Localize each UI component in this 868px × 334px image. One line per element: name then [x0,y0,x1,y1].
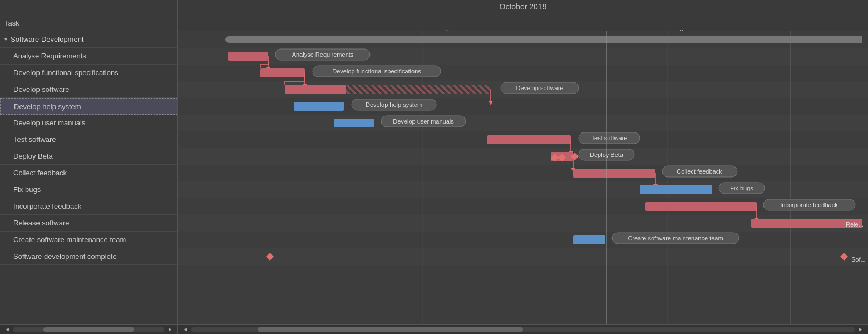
scroll-left-arrow[interactable]: ◄ [4,326,10,332]
svg-text:Develop help system: Develop help system [366,101,422,108]
task-item-test-software[interactable]: Test software [0,131,177,148]
svg-rect-12 [178,232,868,248]
task-item-software-dev[interactable]: ▾ Software Development [0,31,177,48]
bottom-bar: ◄ ► ◄ ► [0,324,868,334]
task-label-software-dev: Software Development [11,35,84,43]
task-label-dev-software: Develop software [13,85,69,94]
svg-text:Develop user manuals: Develop user manuals [393,118,454,125]
task-item-fix-bugs[interactable]: Fix bugs [0,181,177,198]
task-label-create-maint-team: Create software maintenance team [13,235,126,244]
scroll-right-arrow-right[interactable]: ► [858,326,864,332]
svg-rect-41 [334,119,374,127]
svg-text:Rele...: Rele... [846,221,864,228]
svg-rect-62 [640,185,712,194]
svg-text:Test software: Test software [591,135,628,141]
svg-rect-33 [346,85,491,94]
task-label-test-software: Test software [13,135,56,144]
main-content: ▾ Software Development Analyse Requireme… [0,31,868,324]
task-label-deploy-beta: Deploy Beta [13,152,53,160]
svg-rect-5 [178,115,868,131]
svg-rect-18 [228,36,862,43]
svg-text:Fix bugs: Fix bugs [730,185,753,191]
task-item-deploy-beta[interactable]: Deploy Beta [0,148,177,165]
app-container: Task October 2019 8 9 ▾ Software Develop… [0,0,868,334]
scroll-left-arrow-right[interactable]: ◄ [183,326,188,332]
task-item-incorporate-feedback[interactable]: Incorporate feedback [0,198,177,215]
task-item-analyse-req[interactable]: Analyse Requirements [0,48,177,65]
svg-text:Analyse Requirements: Analyse Requirements [292,51,354,58]
svg-text:Develop functional specificati: Develop functional specifications [332,68,421,75]
task-label-dev-manuals: Develop user manuals [13,119,85,127]
scrollbar-right: ◄ ► [178,325,868,334]
task-item-create-maint-team[interactable]: Create software maintenance team [0,232,177,248]
svg-rect-7 [178,148,868,165]
task-item-release-software[interactable]: Release software [0,215,177,232]
day-label-8: 8 [445,28,449,31]
task-label-fix-bugs: Fix bugs [13,185,41,194]
svg-rect-38 [294,102,344,111]
scroll-track-left[interactable] [13,327,164,332]
scroll-thumb-right[interactable] [258,327,523,332]
gantt-svg: Analyse Requirements Develop functional … [178,31,868,324]
svg-rect-20 [228,52,268,61]
svg-rect-14 [178,265,868,282]
task-item-dev-func-spec[interactable]: Develop functional specifications [0,65,177,81]
svg-rect-44 [487,135,571,144]
task-item-collect-feedback[interactable]: Collect feedback [0,165,177,181]
month-label: October 2019 [178,2,868,11]
task-label-dev-func-spec: Develop functional specifications [13,68,119,77]
task-label-collect-feedback: Collect feedback [13,169,67,177]
svg-rect-8 [178,165,868,181]
svg-rect-4 [178,98,868,115]
svg-rect-30 [285,85,346,94]
scroll-thumb-left[interactable] [43,327,134,332]
task-list[interactable]: ▾ Software Development Analyse Requireme… [0,31,178,324]
day-label-9: 9 [680,28,684,31]
svg-text:Incorporate feedback: Incorporate feedback [780,202,838,208]
task-item-dev-complete[interactable]: Software development complete [0,248,177,265]
task-item-dev-software[interactable]: Develop software [0,81,177,98]
scroll-track-right[interactable] [191,327,855,332]
svg-text:Sof...: Sof... [851,256,866,263]
scroll-right-arrow-left[interactable]: ► [167,326,173,332]
svg-rect-72 [573,235,605,244]
svg-text:Collect feedback: Collect feedback [677,168,722,175]
svg-rect-13 [178,248,868,265]
task-column-header: Task [0,0,178,31]
task-label-release-software: Release software [13,219,69,227]
svg-rect-57 [573,169,655,178]
gantt-area[interactable]: Analyse Requirements Develop functional … [178,31,868,324]
svg-text:Create software maintenance te: Create software maintenance team [628,235,723,242]
collapse-icon: ▾ [4,36,7,42]
task-item-dev-manuals[interactable]: Develop user manuals [0,115,177,131]
svg-text:Develop software: Develop software [516,85,564,91]
task-label-incorporate-feedback: Incorporate feedback [13,202,81,210]
scrollbar-left: ◄ ► [0,325,178,334]
svg-rect-65 [645,202,757,211]
task-item-dev-help[interactable]: Develop help system [0,98,177,115]
timeline-header: October 2019 8 9 [178,0,868,31]
header-row: Task October 2019 8 9 [0,0,868,31]
svg-rect-25 [260,68,305,77]
task-label-analyse-req: Analyse Requirements [13,52,86,60]
task-label-dev-complete: Software development complete [13,252,117,261]
task-label-dev-help: Develop help system [14,102,81,111]
task-header-label: Task [4,19,19,27]
